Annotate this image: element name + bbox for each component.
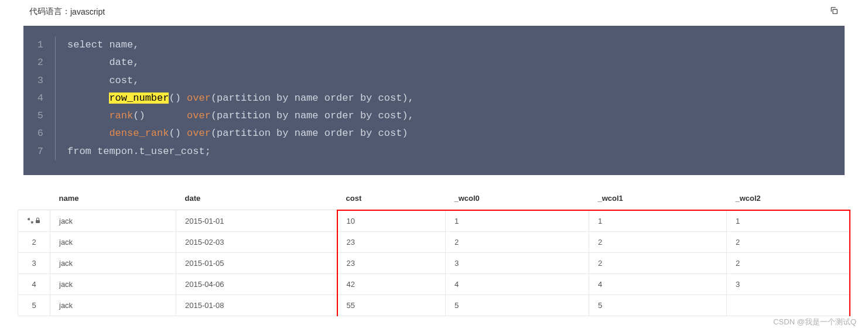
- code-line: 5 rank() over(partition by name order by…: [23, 107, 845, 125]
- table-row: 2jack2015-02-0323222: [18, 231, 850, 252]
- code-line: 1select name,: [23, 36, 845, 54]
- table-cell: 23: [337, 231, 446, 252]
- copy-button[interactable]: [829, 6, 839, 17]
- line-number: 2: [23, 54, 56, 71]
- table-cell: [727, 295, 850, 316]
- col-header-wcol1: _wcol1: [589, 187, 727, 210]
- table-cell: jack: [50, 252, 176, 273]
- table-cell: 3: [446, 252, 589, 273]
- table-cell: 55: [337, 295, 446, 316]
- line-content: from tempon.t_user_cost;: [56, 143, 211, 160]
- code-block: 1select name,2 date,3 cost,4 row_number(…: [23, 26, 845, 175]
- line-number: 6: [23, 125, 56, 142]
- line-number: 3: [23, 72, 56, 90]
- line-content: dense_rank() over(partition by name orde…: [56, 125, 408, 142]
- table-cell: jack: [50, 295, 176, 316]
- table-row: jack2015-01-0110111: [18, 210, 850, 232]
- table-cell: 1: [727, 210, 850, 232]
- table-row: 3jack2015-01-0523322: [18, 252, 850, 273]
- row-number-cell: 3: [18, 252, 50, 273]
- table-cell: jack: [50, 273, 176, 295]
- table-cell: 10: [337, 210, 446, 232]
- table-cell: 5: [589, 295, 727, 316]
- code-line: 2 date,: [23, 54, 845, 71]
- table-cell: 2015-01-05: [176, 252, 337, 273]
- svg-rect-0: [833, 9, 837, 13]
- row-number-cell: [18, 210, 50, 232]
- line-number: 4: [23, 90, 56, 107]
- lang-value: javascript: [70, 7, 105, 16]
- table-cell: 4: [446, 273, 589, 295]
- row-number-cell: 4: [18, 273, 50, 295]
- line-number: 1: [23, 36, 56, 54]
- code-line: 6 dense_rank() over(partition by name or…: [23, 125, 845, 142]
- table-cell: 42: [337, 273, 446, 295]
- table-cell: 4: [589, 273, 727, 295]
- line-content: select name,: [56, 36, 139, 54]
- table-cell: 2015-01-08: [176, 295, 337, 316]
- col-header-name: name: [50, 187, 176, 210]
- table-cell: 2015-02-03: [176, 231, 337, 252]
- table-cell: 1: [589, 210, 727, 232]
- row-number-cell: 2: [18, 231, 50, 252]
- table-cell: 2015-01-01: [176, 210, 337, 232]
- table-cell: 2: [727, 252, 850, 273]
- line-number: 7: [23, 143, 56, 160]
- table-cell: 2015-04-06: [176, 273, 337, 295]
- table-row: 4jack2015-04-0642443: [18, 273, 850, 295]
- copy-icon: [829, 6, 839, 15]
- code-line: 4 row_number() over(partition by name or…: [23, 90, 845, 107]
- table-cell: 1: [446, 210, 589, 232]
- result-table: name date cost _wcol0 _wcol1 _wcol2 jack…: [18, 187, 850, 316]
- rownum-header: [18, 187, 50, 210]
- row-number-cell: 5: [18, 295, 50, 316]
- line-content: cost,: [56, 72, 139, 90]
- table-header-row: name date cost _wcol0 _wcol1 _wcol2: [18, 187, 850, 210]
- table-cell: 2: [589, 231, 727, 252]
- table-cell: 2: [446, 231, 589, 252]
- expand-icon[interactable]: [28, 218, 33, 224]
- table-cell: 2: [727, 231, 850, 252]
- lang-label: 代码语言：: [29, 6, 70, 17]
- table-cell: jack: [50, 210, 176, 232]
- lock-icon[interactable]: [35, 217, 40, 224]
- table-cell: jack: [50, 231, 176, 252]
- line-content: row_number() over(partition by name orde…: [56, 90, 414, 107]
- svg-rect-1: [36, 220, 40, 223]
- col-header-wcol2: _wcol2: [727, 187, 850, 210]
- table-row: 5jack2015-01-085555: [18, 295, 850, 316]
- code-header: 代码语言： javascript: [0, 0, 868, 23]
- col-header-cost: cost: [337, 187, 446, 210]
- table-cell: 23: [337, 252, 446, 273]
- table-cell: 3: [727, 273, 850, 295]
- table-cell: 5: [446, 295, 589, 316]
- code-line: 3 cost,: [23, 72, 845, 90]
- line-content: date,: [56, 54, 139, 71]
- table-cell: 2: [589, 252, 727, 273]
- code-line: 7from tempon.t_user_cost;: [23, 143, 845, 160]
- line-number: 5: [23, 107, 56, 125]
- col-header-wcol0: _wcol0: [446, 187, 589, 210]
- col-header-date: date: [176, 187, 337, 210]
- line-content: rank() over(partition by name order by c…: [56, 107, 414, 125]
